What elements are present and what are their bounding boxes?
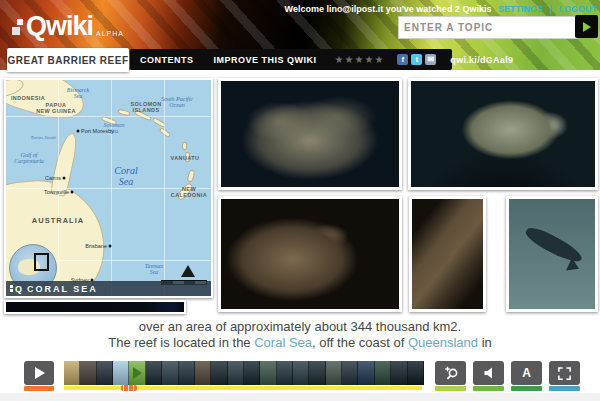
- twitter-icon[interactable]: t: [411, 54, 422, 65]
- zoom-plus-button[interactable]: [435, 361, 466, 385]
- caption-line1: over an area of approximately about 344 …: [0, 319, 600, 335]
- map-gridline: [6, 116, 211, 117]
- qwiki-mark-icon: [10, 285, 13, 293]
- progress-bar[interactable]: [64, 386, 422, 390]
- facebook-icon[interactable]: f: [397, 54, 408, 65]
- email-icon[interactable]: ✉: [425, 54, 436, 65]
- filmstrip-thumb[interactable]: [358, 361, 374, 385]
- map-city-dot: [77, 130, 80, 133]
- filmstrip-thumb[interactable]: [244, 361, 260, 385]
- fullscreen-icon: [557, 366, 572, 381]
- filmstrip-thumb[interactable]: [342, 361, 358, 385]
- map-island: [182, 142, 187, 150]
- star-icon[interactable]: ★: [335, 55, 344, 65]
- fullscreen-button[interactable]: [549, 361, 580, 385]
- header: Qwiki ALPHA Welcome lino@ilpost.it you'v…: [0, 0, 600, 70]
- play-marker-icon: [133, 367, 142, 379]
- star-rating[interactable]: ★★★★★: [327, 55, 392, 65]
- arrow-right-icon: [583, 22, 591, 32]
- map-label: PAPUA NEW GUINEA: [36, 102, 76, 114]
- star-icon[interactable]: ★: [374, 55, 383, 65]
- filmstrip-thumb[interactable]: [113, 361, 129, 385]
- photo-staghorn-coral[interactable]: [218, 78, 402, 190]
- filmstrip-thumb[interactable]: [97, 361, 113, 385]
- settings-link[interactable]: SETTINGS: [498, 4, 543, 14]
- filmstrip-thumb[interactable]: [228, 361, 244, 385]
- caption-text: , off the coast of: [312, 335, 408, 350]
- coral-sea-map[interactable]: INDONESIABismarck SeaPAPUA NEW GUINEASOL…: [4, 78, 213, 298]
- caption-line2: The reef is located in the Coral Sea, of…: [0, 335, 600, 351]
- map-label: Gulf of Carpentaria: [14, 152, 44, 164]
- filmstrip-thumb[interactable]: [162, 361, 178, 385]
- star-icon[interactable]: ★: [364, 55, 373, 65]
- filmstrip-thumb[interactable]: [146, 361, 162, 385]
- caption-text: in: [478, 335, 492, 350]
- qwiki-logo-squares-icon: [12, 19, 23, 35]
- filmstrip[interactable]: [64, 361, 424, 385]
- tab-great-barrier-reef[interactable]: GREAT BARRIER REEF: [7, 48, 129, 72]
- filmstrip-thumb[interactable]: [293, 361, 309, 385]
- zoom-plus-icon: [443, 365, 459, 381]
- photo-moray-eel[interactable]: [409, 196, 486, 312]
- filmstrip-thumb[interactable]: [64, 361, 80, 385]
- photo-cuttlefish[interactable]: [218, 196, 402, 312]
- scrubber[interactable]: [121, 385, 137, 391]
- map-label: Bismarck Sea: [67, 87, 89, 99]
- footer-strip: [0, 393, 600, 401]
- qwiki-logo[interactable]: Qwiki ALPHA: [12, 13, 124, 39]
- star-icon[interactable]: ★: [354, 55, 363, 65]
- filmstrip-thumb[interactable]: [408, 361, 424, 385]
- zoom-plus-underline: [435, 386, 466, 391]
- search-input[interactable]: [398, 16, 578, 39]
- filmstrip-thumb[interactable]: [277, 361, 293, 385]
- tab-contents[interactable]: CONTENTS: [130, 55, 204, 65]
- text-size-underline: [511, 386, 542, 391]
- filmstrip-thumb[interactable]: [391, 361, 407, 385]
- play-button[interactable]: [24, 361, 54, 385]
- map-island: [187, 169, 196, 182]
- caption-text: The reef is located in the: [108, 335, 254, 350]
- map-label: SOLOMON ISLANDS: [130, 101, 161, 113]
- map-title: CORAL SEA: [27, 284, 98, 294]
- welcome-bar: Welcome lino@ilpost.it you've watched 2 …: [285, 4, 597, 14]
- volume-icon: [481, 365, 497, 381]
- logout-link[interactable]: LOGOUT: [559, 4, 598, 14]
- caption-link[interactable]: Queensland: [408, 335, 478, 350]
- north-arrow-icon: [181, 265, 195, 277]
- filmstrip-thumb[interactable]: [80, 361, 96, 385]
- tab-improve-this-qwiki[interactable]: IMPROVE THIS QWIKI: [204, 55, 327, 65]
- filmstrip-thumb[interactable]: [309, 361, 325, 385]
- text-size-button[interactable]: A: [511, 361, 542, 385]
- share-icons: ft✉: [391, 54, 442, 65]
- caption-link[interactable]: Coral Sea: [254, 335, 312, 350]
- map-label: VANUATU: [171, 155, 200, 161]
- photo-dark-reef-strip[interactable]: [4, 300, 186, 314]
- photo-shark[interactable]: [506, 196, 598, 312]
- map-label: AUSTRALIA: [32, 216, 84, 225]
- map-label: South Pacific Ocean: [161, 96, 193, 108]
- map-city-label: Brisbane: [85, 243, 110, 249]
- star-icon[interactable]: ★: [344, 55, 353, 65]
- narration-caption: over an area of approximately about 344 …: [0, 319, 600, 351]
- filmstrip-thumb[interactable]: [129, 361, 145, 385]
- map-city-label: Port Moresby: [81, 128, 114, 134]
- filmstrip-thumb[interactable]: [326, 361, 342, 385]
- fullscreen-underline: [549, 386, 580, 391]
- volume-underline: [473, 386, 504, 391]
- qwiki-page: Qwiki ALPHA Welcome lino@ilpost.it you'v…: [0, 0, 600, 401]
- shark-fin: [566, 258, 582, 275]
- filmstrip-thumb[interactable]: [179, 361, 195, 385]
- inset-extent-rect: [34, 253, 49, 271]
- map-city-label: Cairns: [45, 175, 64, 181]
- filmstrip-thumb[interactable]: [375, 361, 391, 385]
- map-island: [159, 127, 172, 138]
- filmstrip-thumb[interactable]: [211, 361, 227, 385]
- filmstrip-thumb[interactable]: [195, 361, 211, 385]
- welcome-text: Welcome lino@ilpost.it you've watched 2 …: [285, 4, 492, 14]
- search-go-button[interactable]: [575, 15, 598, 38]
- filmstrip-thumb[interactable]: [260, 361, 276, 385]
- volume-button[interactable]: [473, 361, 504, 385]
- map-label: INDONESIA: [11, 95, 45, 101]
- photo-sea-turtle[interactable]: [408, 78, 598, 190]
- short-url[interactable]: qwi.ki/dGAal9: [442, 55, 521, 65]
